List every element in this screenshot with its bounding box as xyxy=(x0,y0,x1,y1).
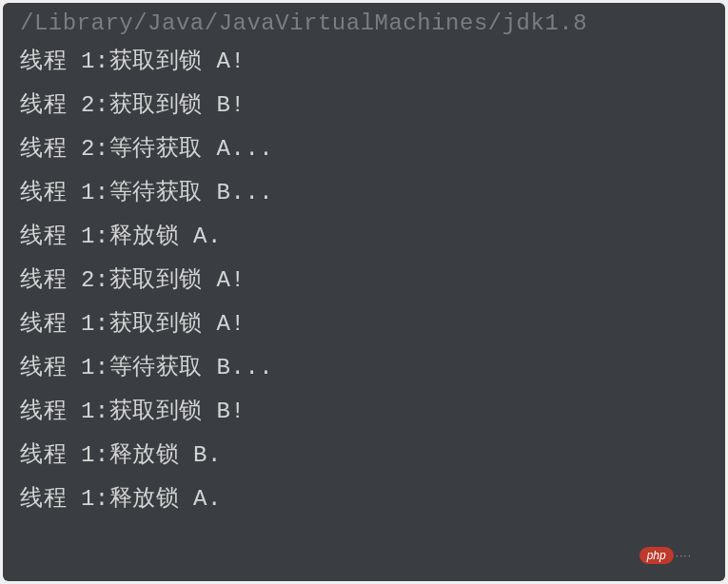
output-line: 线程 1:获取到锁 A! xyxy=(20,302,708,346)
output-line: 线程 1:等待获取 B... xyxy=(20,346,708,390)
output-line: 线程 2:获取到锁 A! xyxy=(20,259,708,302)
watermark-badge: php xyxy=(639,547,674,564)
output-line: 线程 1:获取到锁 B! xyxy=(20,390,708,434)
watermark: php ···· xyxy=(639,547,692,564)
output-line: 线程 2:等待获取 A... xyxy=(20,127,708,171)
output-line: 线程 1:获取到锁 A! xyxy=(20,40,708,84)
watermark-suffix: ···· xyxy=(676,549,692,562)
terminal-window: /Library/Java/JavaVirtualMachines/jdk1.8… xyxy=(3,3,725,581)
output-line: 线程 1:释放锁 A. xyxy=(20,215,708,259)
output-line: 线程 1:等待获取 B... xyxy=(20,171,708,215)
output-line: 线程 1:释放锁 B. xyxy=(20,434,708,477)
path-display: /Library/Java/JavaVirtualMachines/jdk1.8 xyxy=(3,3,725,40)
output-line: 线程 2:获取到锁 B! xyxy=(20,84,708,127)
console-output: 线程 1:获取到锁 A! 线程 2:获取到锁 B! 线程 2:等待获取 A...… xyxy=(3,40,725,521)
output-line: 线程 1:释放锁 A. xyxy=(20,477,708,521)
